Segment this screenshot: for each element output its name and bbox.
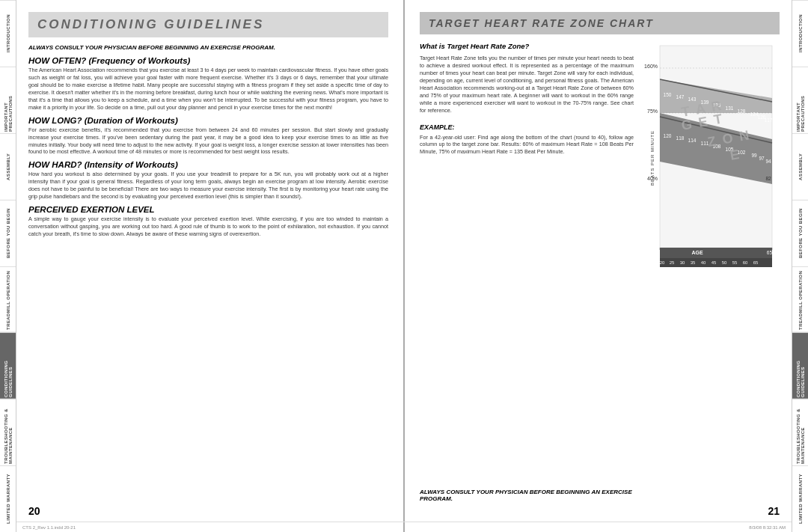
section-4-text: A simple way to gauge your exercise inte…: [28, 215, 388, 238]
section-2-text: For aerobic exercise benefits, it's reco…: [28, 126, 388, 156]
section-1-text: The American Heart Association recommend…: [28, 67, 388, 111]
right-advisory: ALWAYS CONSULT YOUR PHYSICIAN BEFORE BEG…: [420, 483, 634, 502]
page-title-box: CONDITIONING GUIDELINES: [28, 12, 388, 37]
what-is-heading: What is Target Heart Rate Zone?: [420, 42, 634, 50]
section-1: HOW OFTEN? (Frequency of Workouts) The A…: [28, 56, 388, 116]
example-heading: EXAMPLE:: [420, 123, 634, 131]
svg-text:35: 35: [691, 260, 696, 265]
page-title: CONDITIONING GUIDELINES: [37, 17, 264, 31]
svg-text:82: 82: [765, 176, 771, 181]
right-sidebar-tab[interactable]: LIMITED WARRANTY: [792, 465, 808, 532]
example-text: For a 42-year-old user: Find age along t…: [420, 134, 634, 156]
left-sidebar-tab[interactable]: TREADMILL OPERATION: [0, 266, 16, 333]
footer-right: 8/3/08 8:32:31 AM: [749, 525, 786, 530]
right-sidebar-tab[interactable]: IMPORTANT PRECAUTIONS: [792, 67, 808, 133]
svg-text:118: 118: [676, 135, 685, 141]
right-page-number: 21: [420, 505, 780, 517]
svg-text:AGE: AGE: [691, 250, 703, 255]
svg-text:147: 147: [676, 94, 685, 100]
svg-text:75%: 75%: [647, 108, 658, 114]
svg-text:45: 45: [711, 260, 717, 265]
svg-text:40: 40: [701, 260, 706, 265]
section-3-text: How hard you workout is also determined …: [28, 171, 388, 201]
right-sidebar-tab[interactable]: TROUBLESHOOTING & MAINTENANCE: [792, 399, 808, 465]
left-sidebar-tab[interactable]: ASSEMBLY: [0, 133, 16, 200]
right-sidebar-tab[interactable]: BEFORE YOU BEGIN: [792, 200, 808, 266]
left-sidebar-tab[interactable]: IMPORTANT PRECAUTIONS: [0, 67, 16, 133]
chart-title-box: TARGET HEART RATE ZONE CHART: [420, 12, 780, 34]
svg-text:160%: 160%: [644, 64, 658, 69]
right-content-area: What is Target Heart Rate Zone? Target H…: [420, 42, 780, 502]
left-page: CONDITIONING GUIDELINES ALWAYS CONSULT Y…: [16, 0, 405, 532]
section-3-heading: HOW HARD? (Intensity of Workouts): [28, 160, 388, 169]
section-2-heading: HOW LONG? (Duration of Workouts): [28, 116, 388, 125]
left-sidebar-tab[interactable]: TROUBLESHOOTING & MAINTENANCE: [0, 399, 16, 465]
svg-text:150: 150: [664, 92, 672, 97]
footer-bar: CTS 2_Rev 1.1.indd 20-21 8/3/08 8:32:31 …: [16, 522, 792, 532]
heart-rate-chart: 160% 75% 40%: [641, 42, 780, 281]
section-3: HOW HARD? (Intensity of Workouts) How ha…: [28, 160, 388, 205]
svg-text:20: 20: [660, 260, 665, 265]
text-column: What is Target Heart Rate Zone? Target H…: [420, 42, 634, 502]
svg-text:65: 65: [767, 250, 773, 255]
svg-text:117: 117: [765, 117, 773, 123]
left-advisory: ALWAYS CONSULT YOUR PHYSICIAN BEFORE BEG…: [28, 44, 388, 51]
svg-text:97: 97: [759, 156, 765, 161]
section-4-heading: PERCEIVED EXERTION LEVEL: [28, 205, 388, 214]
svg-rect-33: [660, 248, 772, 258]
description-text: Target Heart Rate Zone tells you the num…: [420, 55, 634, 114]
section-1-heading: HOW OFTEN? (Frequency of Workouts): [28, 56, 388, 65]
svg-text:128: 128: [738, 108, 746, 114]
left-sidebar-tab[interactable]: INTRODUCTION: [0, 0, 16, 67]
svg-text:94: 94: [765, 159, 771, 164]
right-page: TARGET HEART RATE ZONE CHART What is Tar…: [405, 0, 792, 532]
svg-text:143: 143: [688, 97, 697, 102]
right-sidebar-tab[interactable]: TREADMILL OPERATION: [792, 266, 808, 333]
svg-text:50: 50: [722, 260, 727, 265]
left-sidebar-tab[interactable]: LIMITED WARRANTY: [0, 465, 16, 532]
svg-text:131: 131: [726, 106, 734, 111]
svg-text:25: 25: [670, 260, 675, 265]
svg-text:65: 65: [753, 260, 759, 265]
svg-text:114: 114: [688, 138, 697, 143]
chart-column: 160% 75% 40%: [641, 42, 780, 502]
right-sidebar-tab[interactable]: CONDITIONING GUIDELINES: [792, 332, 808, 399]
footer-left: CTS 2_Rev 1.1.indd 20-21: [22, 525, 76, 530]
svg-text:120: 120: [664, 133, 672, 138]
right-sidebar-tab[interactable]: INTRODUCTION: [792, 0, 808, 67]
svg-text:55: 55: [732, 260, 738, 265]
right-sidebar-tab[interactable]: ASSEMBLY: [792, 133, 808, 200]
section-4: PERCEIVED EXERTION LEVEL A simple way to…: [28, 205, 388, 238]
svg-text:60: 60: [743, 260, 748, 265]
left-page-number: 20: [28, 501, 388, 517]
main-content: CONDITIONING GUIDELINES ALWAYS CONSULT Y…: [16, 0, 792, 532]
left-sidebar: INTRODUCTIONIMPORTANT PRECAUTIONSASSEMBL…: [0, 0, 16, 532]
chart-title: TARGET HEART RATE ZONE CHART: [429, 17, 654, 29]
svg-text:99: 99: [751, 153, 757, 158]
svg-text:BEATS PER MINUTE: BEATS PER MINUTE: [650, 130, 655, 186]
left-sidebar-tab[interactable]: BEFORE YOU BEGIN: [0, 200, 16, 266]
svg-text:30: 30: [680, 260, 685, 265]
right-sidebar: INTRODUCTIONIMPORTANT PRECAUTIONSASSEMBL…: [792, 0, 808, 532]
section-2: HOW LONG? (Duration of Workouts) For aer…: [28, 116, 388, 161]
left-sidebar-tab[interactable]: CONDITIONING GUIDELINES: [0, 332, 16, 399]
